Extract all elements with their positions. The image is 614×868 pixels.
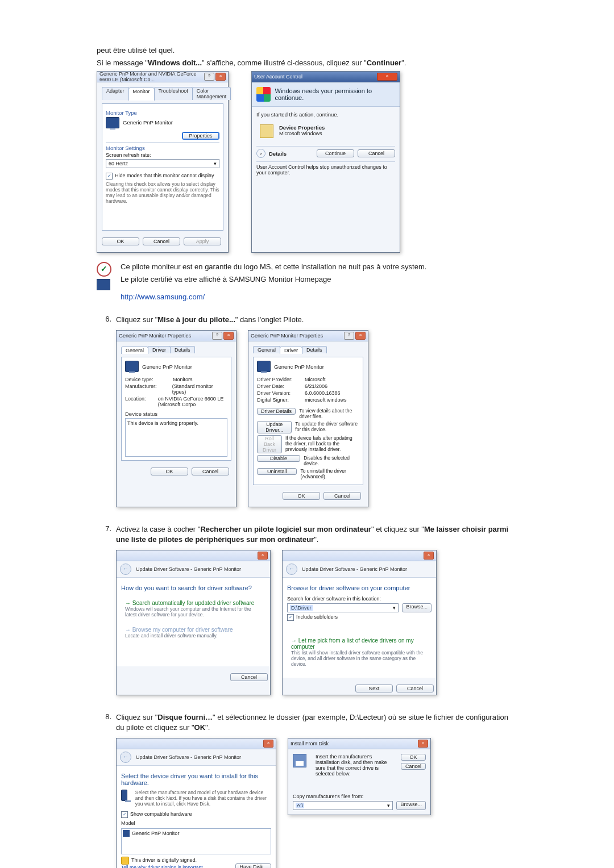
- cancel-button[interactable]: Cancel: [230, 673, 268, 681]
- tab-monitor[interactable]: Monitor: [128, 87, 155, 101]
- wizard-header: ← Update Driver Software - Generic PnP M…: [117, 561, 270, 578]
- shield-icon: [256, 87, 271, 102]
- close-control[interactable]: ×: [263, 740, 273, 748]
- uac-window: User Account Control × Windows needs you…: [251, 71, 400, 253]
- intro-line1: peut être utilisé tel quel.: [97, 45, 517, 56]
- titlebar: User Account Control ×: [252, 72, 400, 82]
- tabs: Adapter Monitor Troubleshoot Color Manag…: [102, 87, 223, 100]
- tab-general[interactable]: General: [121, 347, 148, 354]
- model-listbox[interactable]: Generic PnP Monitor: [121, 828, 271, 854]
- help-control[interactable]: ?: [204, 73, 214, 81]
- browse-button[interactable]: Browse...: [396, 801, 426, 810]
- hide-modes-checkbox[interactable]: ✓: [106, 173, 113, 180]
- properties-button[interactable]: Properties: [182, 132, 219, 140]
- option-browse-computer[interactable]: → Browse my computer for driver software…: [121, 624, 265, 641]
- have-disk-button[interactable]: Have Disk...: [235, 863, 271, 868]
- samsung-link[interactable]: http://www.samsung.com/: [121, 293, 205, 301]
- tab-details[interactable]: Details: [170, 346, 195, 353]
- wizard-crumb: Update Driver Software - Generic PnP Mon…: [302, 566, 407, 572]
- uac-program-title: Device Properties: [279, 124, 325, 131]
- cancel-button[interactable]: Cancel: [323, 492, 361, 500]
- monitor-type-label: Monitor Type: [106, 110, 219, 116]
- ok-button[interactable]: OK: [401, 754, 426, 761]
- window-title: Generic PnP Monitor and NVIDIA GeForce 6…: [99, 71, 204, 82]
- step8-text: Cliquez sur "Disque fourni…" et sélectio…: [116, 712, 517, 732]
- cancel-button[interactable]: Cancel: [401, 763, 426, 770]
- close-control[interactable]: ×: [355, 332, 366, 340]
- show-compatible-checkbox[interactable]: ✓: [121, 811, 128, 818]
- ok-button[interactable]: OK: [151, 468, 188, 475]
- window-title: Generic PnP Monitor Properties: [119, 333, 191, 339]
- tab-general[interactable]: General: [253, 346, 280, 353]
- copy-from-label: Copy manufacturer's files from:: [293, 794, 426, 799]
- refresh-rate-label: Screen refresh rate:: [106, 152, 219, 158]
- driver-details-button[interactable]: Driver Details: [257, 408, 296, 415]
- step7-text: Activez la case à cocher "Rechercher un …: [116, 524, 517, 544]
- window-title: Generic PnP Monitor Properties: [251, 333, 323, 339]
- wizard-help: Select the manufacturer and model of you…: [135, 790, 271, 807]
- ok-button[interactable]: OK: [283, 492, 320, 500]
- apply-button[interactable]: Apply: [184, 237, 221, 245]
- note-line1: Ce pilote moniteur est en garantie du lo…: [121, 262, 426, 272]
- disable-button[interactable]: Disable: [257, 455, 300, 462]
- tab-details[interactable]: Details: [302, 346, 327, 353]
- option-search-auto[interactable]: → Search automatically for updated drive…: [121, 597, 265, 620]
- update-wizard-browse-window: × ← Update Driver Software - Generic PnP…: [282, 550, 437, 695]
- back-icon[interactable]: ←: [286, 564, 297, 575]
- floppy-icon: [293, 754, 306, 767]
- close-control[interactable]: ×: [223, 332, 234, 340]
- hide-modes-help: Clearing this check box allows you to se…: [106, 181, 219, 204]
- step6-text: Cliquez sur "Mise à jour du pilote..." d…: [116, 315, 517, 325]
- back-icon[interactable]: ←: [120, 752, 131, 763]
- tab-driver[interactable]: Driver: [280, 347, 302, 354]
- option-pick-from-list[interactable]: → Let me pick from a list of device driv…: [287, 635, 432, 670]
- refresh-rate-select[interactable]: 60 Hertz▾: [106, 159, 219, 168]
- uac-footer: User Account Control helps stop unauthor…: [256, 164, 395, 176]
- step-number: 7.: [97, 524, 116, 533]
- cancel-button[interactable]: Cancel: [358, 149, 395, 157]
- step-number: 8.: [97, 712, 116, 721]
- titlebar: Generic PnP Monitor Properties ?×: [248, 331, 368, 341]
- update-driver-button[interactable]: Update Driver...: [257, 421, 292, 433]
- device-name: Generic PnP Monitor: [142, 364, 192, 370]
- check-icon: ✓: [97, 262, 111, 277]
- back-icon[interactable]: ←: [120, 564, 131, 575]
- copy-from-combobox[interactable]: A:\▾: [293, 801, 393, 810]
- close-control[interactable]: ×: [215, 73, 226, 81]
- details-toggle[interactable]: Details: [269, 151, 287, 157]
- device-status-box: This device is working properly.: [125, 418, 227, 457]
- chevron-down-icon: ▾: [214, 161, 217, 166]
- close-control[interactable]: ×: [424, 552, 434, 560]
- wizard-crumb: Update Driver Software - Generic PnP Mon…: [136, 566, 241, 572]
- tab-colormgmt[interactable]: Color Management: [192, 87, 231, 100]
- help-control[interactable]: ?: [344, 332, 354, 340]
- update-wizard-select-window: × ← Update Driver Software - Generic PnP…: [116, 738, 276, 868]
- path-combobox[interactable]: D:\Driver▾: [287, 603, 399, 612]
- next-button[interactable]: Next: [355, 685, 393, 692]
- wizard-headline: Browse for driver software on your compu…: [287, 585, 432, 591]
- close-control[interactable]: ×: [258, 552, 268, 560]
- browse-button[interactable]: Browse...: [402, 603, 432, 612]
- ok-button[interactable]: OK: [102, 237, 139, 245]
- monitor-settings-label: Monitor Settings: [106, 145, 219, 151]
- monitor-icon: [121, 790, 127, 801]
- monitor-icon: [97, 279, 110, 290]
- tab-troubleshoot[interactable]: Troubleshoot: [154, 87, 193, 100]
- uac-publisher: Microsoft Windows: [279, 131, 325, 136]
- continue-button[interactable]: Continue: [317, 149, 354, 157]
- cancel-button[interactable]: Cancel: [143, 237, 180, 245]
- close-control[interactable]: ×: [418, 740, 428, 748]
- tab-driver[interactable]: Driver: [148, 346, 171, 353]
- include-subfolders-checkbox[interactable]: ✓: [287, 614, 294, 621]
- close-control[interactable]: ×: [377, 73, 397, 81]
- chevron-down-icon[interactable]: ⌄: [256, 149, 265, 158]
- rollback-driver-button[interactable]: Roll Back Driver: [257, 435, 282, 453]
- tab-adapter[interactable]: Adapter: [102, 87, 129, 100]
- cancel-button[interactable]: Cancel: [396, 685, 434, 692]
- help-control[interactable]: ?: [212, 332, 222, 340]
- signing-link[interactable]: Tell me why driver signing is important: [121, 865, 203, 868]
- note-line2: Le pilote certifié va etre affiché à SAM…: [121, 274, 426, 285]
- cancel-button[interactable]: Cancel: [192, 468, 229, 475]
- step-number: 6.: [97, 315, 116, 323]
- uninstall-button[interactable]: Uninstall: [257, 468, 297, 475]
